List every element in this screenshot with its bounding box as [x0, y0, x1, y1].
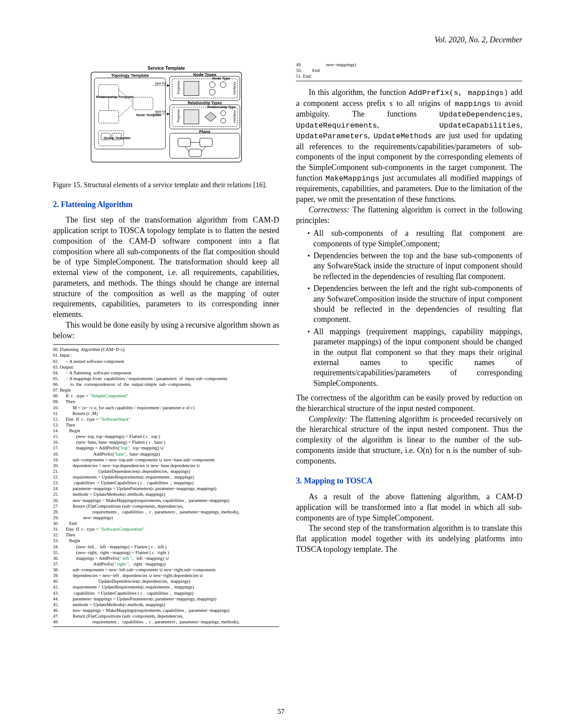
- svg-text:Plans: Plans: [199, 129, 210, 134]
- paragraph-3: In this algorithm, the function AddPrefi…: [296, 87, 522, 204]
- bullet-item: All mappings (requirement mappings, capa…: [314, 327, 522, 389]
- correctness-paragraph: Correctness: The flattening algorithm is…: [296, 205, 522, 226]
- svg-line-47: [184, 147, 188, 151]
- svg-text:Properties: Properties: [177, 109, 180, 122]
- svg-marker-26: [167, 84, 169, 87]
- svg-text:Node Type: Node Type: [212, 76, 230, 80]
- svg-point-22: [220, 82, 226, 87]
- svg-rect-43: [178, 138, 190, 147]
- svg-point-21: [209, 82, 215, 87]
- label-service-template: Service Template: [147, 66, 185, 71]
- svg-marker-39: [167, 113, 169, 115]
- svg-text:type for: type for: [155, 109, 166, 113]
- svg-rect-4: [98, 111, 118, 123]
- correctness-bullets: All sub-components of a resulting flat c…: [296, 228, 522, 389]
- svg-text:Relationship Template: Relationship Template: [96, 95, 134, 99]
- svg-text:Relationship Types: Relationship Types: [187, 101, 222, 105]
- svg-point-36: [221, 118, 225, 123]
- bullet-item: All sub-components of a resulting flat c…: [314, 228, 522, 249]
- paragraph-4: The correctness of the algorithm can be …: [296, 393, 522, 414]
- paragraph-6: The second step of the transformation al…: [296, 523, 522, 554]
- svg-rect-18: [184, 81, 199, 95]
- service-template-diagram: Service Template Topology Template Relat…: [87, 62, 246, 168]
- svg-text:Node Types: Node Types: [193, 72, 216, 77]
- svg-text:Interfaces: Interfaces: [233, 110, 236, 123]
- svg-text:Properties: Properties: [177, 80, 180, 94]
- svg-line-48: [201, 147, 205, 151]
- svg-rect-45: [189, 149, 201, 157]
- svg-rect-17: [172, 79, 237, 98]
- svg-rect-5: [133, 97, 153, 109]
- svg-rect-31: [184, 110, 199, 124]
- svg-text:Group Template: Group Template: [103, 136, 131, 140]
- paragraph-2: This would be done easily by using a rec…: [53, 320, 279, 341]
- algorithm-listing-part2: 49. new−mappings) 50. End 51. End;: [296, 62, 522, 81]
- svg-text:Interfaces: Interfaces: [233, 82, 236, 95]
- svg-marker-34: [205, 112, 217, 121]
- page-number: 57: [277, 708, 285, 716]
- svg-point-35: [221, 111, 225, 116]
- svg-point-23: [209, 89, 215, 95]
- section-2-heading: 2. Flattening Algorithm: [53, 200, 279, 210]
- svg-rect-44: [199, 138, 212, 147]
- algorithm-listing-part1: 00. Flattening Algorithm (CAM−D c); 01. …: [53, 344, 279, 627]
- paragraph-5: As a result of the above flattening algo…: [296, 492, 522, 523]
- svg-line-8: [119, 104, 133, 117]
- section-3-heading: 3. Mapping to TOSCA: [296, 476, 522, 487]
- svg-rect-41: [169, 133, 240, 158]
- svg-text:type for: type for: [155, 81, 166, 85]
- bullet-item: Dependencies between the top and the bas…: [314, 251, 522, 282]
- svg-text:Relationship Type: Relationship Type: [207, 105, 236, 109]
- figure-caption: Figure 15. Structural elements of a serv…: [53, 181, 279, 190]
- page-content: Service Template Topology Template Relat…: [53, 62, 522, 711]
- paragraph-1: The first step of the transformation alg…: [53, 215, 279, 320]
- svg-text:Topology Template: Topology Template: [111, 73, 148, 78]
- figure-15: Service Template Topology Template Relat…: [53, 62, 279, 175]
- complexity-paragraph: Complexity: The flattening algorithm is …: [296, 414, 522, 467]
- bullet-item: Dependencies between the left and the ri…: [314, 283, 522, 325]
- journal-header: Vol. 2020, No. 2, December: [435, 35, 522, 45]
